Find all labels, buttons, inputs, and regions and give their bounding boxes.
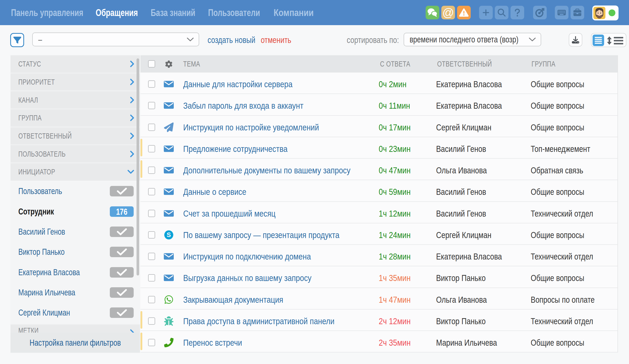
svg-text:@: @ (442, 6, 454, 19)
svg-text:S: S (167, 231, 171, 238)
